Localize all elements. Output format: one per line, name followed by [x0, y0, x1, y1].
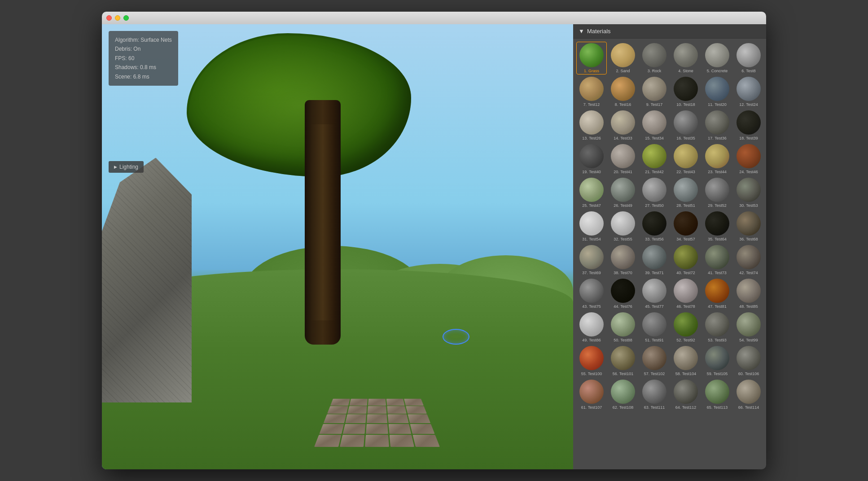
material-item-25[interactable]: 25. Test47	[577, 177, 606, 209]
material-item-55[interactable]: 55. Test100	[577, 345, 606, 377]
material-item-37[interactable]: 37. Test69	[577, 244, 606, 276]
minimize-button[interactable]	[115, 15, 120, 21]
material-ball-9	[642, 77, 666, 101]
material-item-35[interactable]: 35. Test64	[702, 210, 732, 242]
material-item-44[interactable]: 44. Test76	[608, 278, 638, 310]
material-item-24[interactable]: 24. Test46	[734, 143, 763, 175]
material-item-40[interactable]: 40. Test72	[671, 244, 701, 276]
material-item-4[interactable]: 4. Stone	[671, 42, 701, 74]
material-ball-22	[674, 144, 698, 168]
material-item-63[interactable]: 63. Test111	[640, 379, 669, 411]
material-item-28[interactable]: 28. Test51	[671, 177, 701, 209]
material-item-56[interactable]: 56. Test101	[608, 345, 638, 377]
material-item-33[interactable]: 33. Test56	[640, 210, 669, 242]
material-item-12[interactable]: 12. Test24	[734, 76, 763, 108]
debug-shadows: Shadows: 0.8 ms	[115, 63, 172, 72]
material-item-62[interactable]: 62. Test108	[608, 379, 638, 411]
material-item-2[interactable]: 2. Sand	[608, 42, 638, 74]
material-item-8[interactable]: 8. Test16	[608, 76, 638, 108]
material-item-20[interactable]: 20. Test41	[608, 143, 638, 175]
material-item-43[interactable]: 43. Test75	[577, 278, 606, 310]
material-item-34[interactable]: 34. Test57	[671, 210, 701, 242]
material-ball-66	[736, 380, 761, 404]
material-ball-6	[736, 43, 761, 67]
material-label-63: 63. Test111	[640, 405, 668, 410]
material-item-42[interactable]: 42. Test74	[734, 244, 763, 276]
material-label-25: 25. Test47	[578, 203, 605, 208]
materials-arrow: ▼	[579, 28, 584, 35]
material-item-29[interactable]: 29. Test52	[702, 177, 732, 209]
material-label-50: 50. Test88	[609, 338, 637, 342]
material-item-41[interactable]: 41. Test73	[702, 244, 732, 276]
lighting-button[interactable]: ▶ Lighting	[109, 161, 144, 173]
material-ball-58	[674, 346, 698, 370]
material-item-6[interactable]: 6. Test8	[734, 42, 763, 74]
material-label-28: 28. Test51	[672, 203, 700, 208]
materials-grid[interactable]: 1. Grass 2. Sand 3. Rock 4. Stone 5. Con…	[573, 39, 766, 469]
material-item-66[interactable]: 66. Test114	[734, 379, 763, 411]
material-item-21[interactable]: 21. Test42	[640, 143, 669, 175]
material-label-27: 27. Test50	[640, 203, 668, 208]
material-item-39[interactable]: 39. Test71	[640, 244, 669, 276]
material-item-65[interactable]: 65. Test113	[702, 379, 732, 411]
material-item-59[interactable]: 59. Test105	[702, 345, 732, 377]
material-ball-53	[705, 312, 729, 337]
material-item-52[interactable]: 52. Test92	[671, 311, 701, 343]
lighting-arrow: ▶	[114, 165, 117, 169]
material-item-49[interactable]: 49. Test86	[577, 311, 606, 343]
material-ball-13	[579, 110, 604, 135]
material-item-27[interactable]: 27. Test50	[640, 177, 669, 209]
material-item-51[interactable]: 51. Test91	[640, 311, 669, 343]
viewport[interactable]: Algorithm: Surface Nets Debris: On FPS: …	[102, 24, 573, 469]
traffic-lights	[106, 15, 129, 21]
material-item-48[interactable]: 48. Test85	[734, 278, 763, 310]
material-ball-57	[642, 346, 666, 370]
material-item-10[interactable]: 10. Test18	[671, 76, 701, 108]
rock-left	[102, 158, 192, 403]
material-row: 7. Test12 8. Test16 9. Test17 10. Test18…	[577, 76, 763, 108]
material-item-36[interactable]: 36. Test68	[734, 210, 763, 242]
material-item-16[interactable]: 16. Test35	[671, 109, 701, 141]
material-item-26[interactable]: 26. Test49	[608, 177, 638, 209]
material-item-50[interactable]: 50. Test88	[608, 311, 638, 343]
material-item-3[interactable]: 3. Rock	[640, 42, 669, 74]
material-item-58[interactable]: 58. Test104	[671, 345, 701, 377]
material-ball-10	[674, 77, 698, 101]
material-item-31[interactable]: 31. Test54	[577, 210, 606, 242]
material-item-14[interactable]: 14. Test33	[608, 109, 638, 141]
material-item-64[interactable]: 64. Test112	[671, 379, 701, 411]
material-label-31: 31. Test54	[578, 237, 605, 241]
material-ball-60	[736, 346, 761, 370]
material-item-32[interactable]: 32. Test55	[608, 210, 638, 242]
material-item-13[interactable]: 13. Test26	[577, 109, 606, 141]
material-item-18[interactable]: 18. Test39	[734, 109, 763, 141]
material-ball-24	[736, 144, 761, 168]
material-item-45[interactable]: 45. Test77	[640, 278, 669, 310]
material-ball-25	[579, 178, 604, 202]
material-item-5[interactable]: 5. Concrete	[702, 42, 732, 74]
material-item-23[interactable]: 23. Test44	[702, 143, 732, 175]
material-item-53[interactable]: 53. Test93	[702, 311, 732, 343]
material-item-54[interactable]: 54. Test99	[734, 311, 763, 343]
material-item-57[interactable]: 57. Test102	[640, 345, 669, 377]
material-item-19[interactable]: 19. Test40	[577, 143, 606, 175]
material-item-46[interactable]: 46. Test78	[671, 278, 701, 310]
material-item-9[interactable]: 9. Test17	[640, 76, 669, 108]
material-item-1[interactable]: 1. Grass	[577, 42, 606, 74]
material-label-35: 35. Test64	[703, 237, 731, 241]
material-label-55: 55. Test100	[578, 372, 605, 376]
material-item-17[interactable]: 17. Test36	[702, 109, 732, 141]
material-ball-38	[611, 245, 635, 269]
material-label-10: 10. Test18	[672, 102, 700, 107]
material-item-60[interactable]: 60. Test106	[734, 345, 763, 377]
material-item-11[interactable]: 11. Test20	[702, 76, 732, 108]
material-item-47[interactable]: 47. Test81	[702, 278, 732, 310]
material-item-30[interactable]: 30. Test53	[734, 177, 763, 209]
material-item-7[interactable]: 7. Test12	[577, 76, 606, 108]
material-item-15[interactable]: 15. Test34	[640, 109, 669, 141]
material-item-38[interactable]: 38. Test70	[608, 244, 638, 276]
material-item-22[interactable]: 22. Test43	[671, 143, 701, 175]
maximize-button[interactable]	[123, 15, 129, 21]
close-button[interactable]	[106, 15, 112, 21]
material-item-61[interactable]: 61. Test107	[577, 379, 606, 411]
